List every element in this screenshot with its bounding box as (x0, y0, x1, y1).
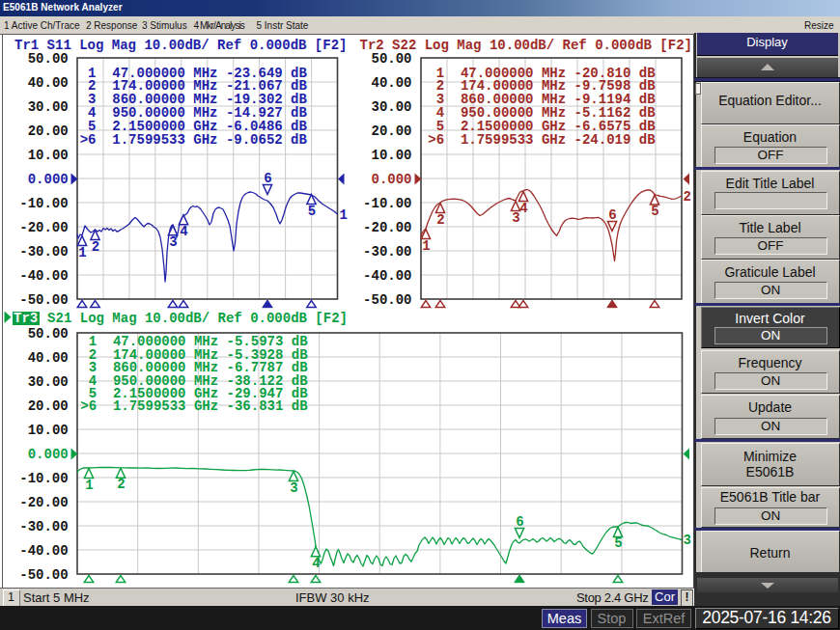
svg-text:-30.00: -30.00 (19, 244, 68, 260)
svg-text:2: 2 (92, 239, 99, 255)
svg-text:1: 1 (422, 238, 430, 254)
svg-text:10.00: 10.00 (28, 148, 69, 163)
svg-text:-20.00: -20.00 (19, 220, 68, 235)
svg-text:4: 4 (180, 224, 187, 239)
svg-text:-50.00: -50.00 (363, 292, 411, 308)
svg-text:30.00: 30.00 (371, 99, 411, 115)
svg-text:1: 1 (78, 245, 86, 260)
svg-text:4: 4 (312, 556, 320, 571)
svg-text:40.00: 40.00 (28, 75, 69, 91)
svg-text:50.00: 50.00 (371, 51, 411, 67)
svg-text:-30.00: -30.00 (363, 244, 411, 260)
svg-text:30.00: 30.00 (28, 374, 69, 390)
svg-text:0.000: 0.000 (371, 172, 411, 187)
svg-text:10.00: 10.00 (28, 423, 69, 438)
svg-text:6: 6 (264, 171, 271, 186)
svg-text:20.00: 20.00 (371, 123, 411, 139)
svg-text:2: 2 (117, 477, 125, 492)
svg-text:3: 3 (290, 480, 297, 496)
svg-text:-10.00: -10.00 (19, 471, 68, 486)
svg-text:4: 4 (519, 201, 527, 216)
svg-text:-50.00: -50.00 (19, 292, 68, 308)
svg-text:-30.00: -30.00 (19, 519, 68, 534)
svg-text:-20.00: -20.00 (19, 495, 68, 510)
svg-text:30.00: 30.00 (28, 99, 69, 115)
svg-text:-10.00: -10.00 (363, 196, 411, 211)
svg-text:5: 5 (614, 535, 622, 551)
svg-text:1: 1 (85, 478, 93, 493)
svg-text:5: 5 (651, 204, 658, 219)
svg-text:40.00: 40.00 (28, 350, 69, 366)
svg-text:-40.00: -40.00 (19, 543, 68, 559)
svg-text:2: 2 (684, 189, 691, 205)
svg-text:-50.00: -50.00 (19, 567, 68, 583)
svg-text:-40.00: -40.00 (19, 268, 68, 284)
svg-text:3: 3 (169, 234, 177, 250)
svg-text:50.00: 50.00 (28, 326, 69, 342)
svg-text:-20.00: -20.00 (363, 220, 411, 235)
svg-text:6: 6 (516, 514, 523, 530)
svg-text:2: 2 (436, 212, 444, 228)
svg-text:5: 5 (308, 204, 316, 219)
svg-text:3: 3 (684, 533, 691, 548)
svg-text:0.000: 0.000 (28, 172, 69, 187)
svg-text:-10.00: -10.00 (19, 196, 68, 211)
svg-text:10.00: 10.00 (371, 148, 411, 163)
svg-text:-40.00: -40.00 (363, 268, 411, 284)
svg-text:6: 6 (608, 207, 616, 223)
svg-text:1: 1 (340, 207, 348, 223)
svg-text:0.000: 0.000 (28, 447, 69, 462)
svg-text:50.00: 50.00 (28, 51, 69, 67)
svg-text:40.00: 40.00 (371, 75, 411, 91)
svg-text:20.00: 20.00 (28, 123, 69, 139)
svg-text:20.00: 20.00 (28, 398, 69, 414)
